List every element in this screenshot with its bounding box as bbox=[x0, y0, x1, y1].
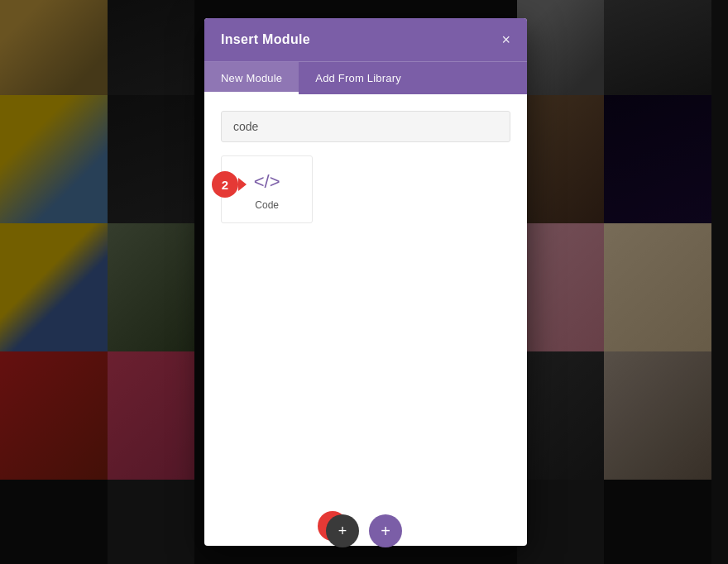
modal-tabs: New Module Add From Library bbox=[204, 61, 527, 94]
tab-new-module[interactable]: New Module bbox=[204, 62, 299, 94]
module-label-code: Code bbox=[255, 199, 279, 211]
code-icon: </> bbox=[254, 171, 280, 193]
plus-icon-dark: + bbox=[338, 523, 347, 540]
insert-module-modal: Insert Module × New Module Add From Libr… bbox=[204, 18, 527, 546]
module-search-input[interactable] bbox=[221, 111, 510, 142]
step-badge-2: 2 bbox=[212, 171, 238, 198]
modal-title: Insert Module bbox=[221, 32, 310, 47]
modal-body: </> Code bbox=[204, 94, 527, 240]
add-module-button-purple[interactable]: + bbox=[369, 514, 402, 547]
tab-add-from-library[interactable]: Add From Library bbox=[299, 62, 418, 94]
bottom-controls: + + bbox=[0, 514, 728, 547]
modules-grid: </> Code bbox=[221, 155, 510, 223]
modal-header: Insert Module × bbox=[204, 18, 527, 61]
add-module-button-dark[interactable]: + bbox=[326, 514, 359, 547]
modal-close-button[interactable]: × bbox=[501, 32, 510, 47]
plus-icon-purple: + bbox=[381, 522, 390, 541]
